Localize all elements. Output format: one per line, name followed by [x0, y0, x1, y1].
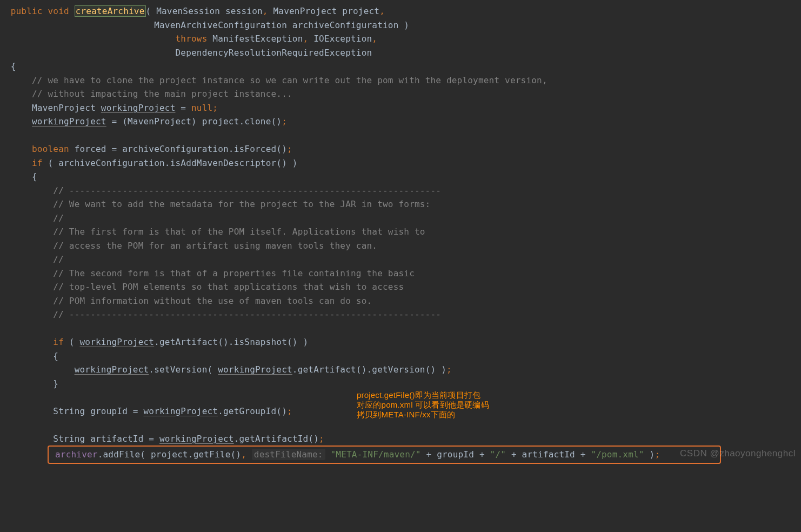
comment: // We want to add the metadata for the p… — [53, 199, 430, 209]
op-plus: + — [474, 449, 490, 460]
paren: ( — [64, 337, 80, 347]
var-workingProject: workingProject — [159, 434, 234, 444]
code-block: public void createArchive( MavenSession … — [0, 4, 801, 445]
var-workingProject: workingProject — [80, 337, 155, 347]
brace-close: } — [53, 378, 58, 389]
comment: // The second form is that of a properti… — [53, 268, 415, 278]
expr: .getArtifactId() — [234, 434, 319, 444]
annotation-callout: project.getFile()即为当前项目打包 对应的pom.xml 可以看… — [357, 390, 489, 420]
decl: String groupId = — [53, 406, 143, 416]
expr: ( archiveConfiguration.isAddMavenDescrip… — [43, 158, 298, 168]
method-name-highlighted: createArchive — [75, 5, 146, 17]
var-workingProject: workingProject — [144, 406, 218, 416]
comment: // — [53, 254, 64, 264]
comment: // POM information without the use of ma… — [53, 296, 372, 306]
op-plus: + — [575, 449, 591, 460]
expr: .getGroupId() — [218, 406, 287, 416]
var-workingProject: workingProject — [218, 364, 292, 375]
string-literal: "/" — [490, 449, 506, 460]
param-hint: destFileName: — [252, 449, 325, 460]
sig-part-1: ( MavenSession session — [146, 6, 263, 16]
keyword-null: null — [191, 103, 212, 113]
keyword-if: if — [32, 158, 43, 168]
comment: // The first form is that of the POM its… — [53, 227, 425, 237]
string-literal: "/pom.xml" — [591, 449, 644, 460]
exc-2: IOException — [308, 34, 372, 44]
var-workingProject: workingProject — [75, 364, 149, 375]
comma: , — [379, 6, 385, 16]
comment: // — [53, 213, 64, 223]
keyword-void: void — [48, 6, 69, 16]
boxed-code-line: archiver.addFile( project.getFile(), des… — [55, 448, 713, 462]
keyword-if: if — [53, 337, 64, 347]
exc-1: ManifestException — [207, 34, 303, 44]
comma: , — [303, 34, 308, 44]
comment: // without impacting the main project in… — [32, 89, 292, 99]
comment: // -------------------------------------… — [53, 309, 441, 320]
var-groupId: groupId — [437, 449, 474, 460]
sig-line-2: MavenArchiveConfiguration archiveConfigu… — [154, 20, 409, 30]
semi: ; — [212, 103, 218, 113]
brace-open: { — [53, 351, 58, 361]
op-plus: + — [421, 449, 437, 460]
semi: ; — [282, 116, 287, 127]
expr: = (MavenProject) project.clone() — [106, 116, 282, 127]
brace-open: { — [11, 61, 16, 71]
close-paren: ) — [644, 449, 655, 460]
semi: ; — [287, 144, 292, 154]
decl: String artifactId = — [53, 434, 159, 444]
expr: forced = archiveConfiguration.isForced() — [69, 144, 287, 154]
var-artifactId: artifactId — [522, 449, 575, 460]
var-workingProject: workingProject — [32, 116, 106, 127]
op-plus: + — [506, 449, 522, 460]
eq: = — [176, 103, 192, 113]
expr: .setVersion( — [149, 364, 218, 375]
semi: ; — [655, 449, 660, 460]
string-literal: "META-INF/maven/" — [331, 449, 421, 460]
comment: // we have to clone the project instance… — [32, 75, 548, 85]
comma: , — [372, 34, 377, 44]
code-editor[interactable]: public void createArchive( MavenSession … — [0, 0, 801, 464]
comment: // -------------------------------------… — [53, 185, 441, 196]
comment: // top-level POM elements so that applic… — [53, 282, 404, 292]
highlighted-statement-box: archiver.addFile( project.getFile(), des… — [48, 445, 801, 464]
exc-3: DependencyResolutionRequiredException — [175, 48, 372, 58]
keyword-public: public — [11, 6, 43, 16]
field-archiver: archiver — [55, 449, 98, 460]
semi: ; — [446, 364, 452, 375]
keyword-boolean: boolean — [32, 144, 69, 154]
semi: ; — [319, 434, 324, 444]
expr: .getArtifact().isSnapshot() ) — [154, 337, 308, 347]
sig-param-2: MavenProject project — [268, 6, 380, 16]
type: MavenProject — [32, 103, 101, 113]
comment: // access the POM for an artifact using … — [53, 241, 377, 251]
expr: .getArtifact().getVersion() ) — [292, 364, 446, 375]
expr: .addFile( project.getFile() — [98, 449, 242, 460]
semi: ; — [287, 406, 292, 416]
comma: , — [263, 6, 268, 16]
brace-open: { — [32, 171, 37, 182]
keyword-throws: throws — [175, 34, 207, 44]
comma: , — [241, 449, 246, 460]
var-workingProject: workingProject — [101, 103, 176, 113]
